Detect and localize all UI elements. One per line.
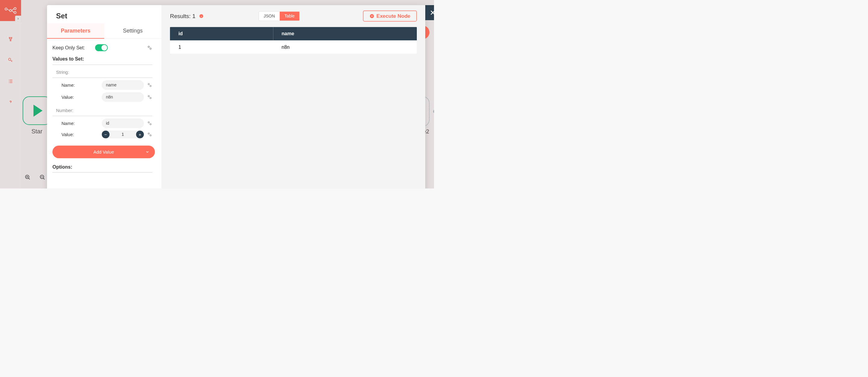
number-value-display: 1 bbox=[110, 132, 136, 137]
string-name-input[interactable] bbox=[102, 80, 144, 90]
node-editor-modal: Set Parameters Settings Keep Only Set: V… bbox=[47, 5, 425, 188]
svg-point-15 bbox=[148, 133, 150, 134]
play-circle-icon bbox=[370, 13, 374, 19]
keep-only-set-options-button[interactable] bbox=[147, 45, 153, 50]
results-table: id name 1 n8n bbox=[170, 27, 417, 54]
node-output-panel: Results: 1 JSON Table Execute Node id na… bbox=[161, 5, 425, 188]
view-table-button[interactable]: Table bbox=[280, 11, 299, 21]
cell-id: 1 bbox=[170, 40, 273, 54]
column-header-name[interactable]: name bbox=[273, 27, 417, 41]
gear-icon bbox=[147, 45, 153, 50]
string-name-options-button[interactable] bbox=[147, 82, 153, 88]
svg-point-11 bbox=[148, 96, 150, 97]
gear-icon bbox=[147, 132, 153, 137]
close-icon bbox=[429, 9, 434, 16]
svg-point-7 bbox=[148, 46, 150, 47]
view-mode-toggle: JSON Table bbox=[258, 11, 300, 21]
svg-point-12 bbox=[150, 97, 151, 99]
values-to-set-header: Values to Set: bbox=[53, 56, 153, 65]
increment-button[interactable]: + bbox=[136, 130, 144, 138]
string-name-label: Name: bbox=[61, 82, 99, 88]
close-modal-button[interactable] bbox=[425, 5, 434, 20]
string-section-header: String: bbox=[53, 70, 153, 78]
string-value-options-button[interactable] bbox=[147, 94, 153, 100]
number-name-input[interactable] bbox=[102, 118, 144, 128]
number-name-options-button[interactable] bbox=[147, 121, 153, 126]
svg-point-16 bbox=[150, 135, 151, 136]
number-value-label: Value: bbox=[61, 132, 99, 137]
chevron-down-icon bbox=[145, 150, 150, 154]
number-name-label: Name: bbox=[61, 121, 99, 126]
options-header: Options: bbox=[53, 164, 153, 173]
info-icon[interactable] bbox=[199, 14, 204, 19]
svg-point-8 bbox=[150, 48, 151, 49]
number-value-stepper[interactable]: − 1 + bbox=[102, 130, 144, 138]
zoom-in-button[interactable] bbox=[24, 174, 31, 181]
keep-only-set-label: Keep Only Set: bbox=[53, 45, 85, 50]
svg-point-14 bbox=[150, 124, 151, 125]
tab-settings[interactable]: Settings bbox=[104, 24, 161, 39]
tab-parameters[interactable]: Parameters bbox=[47, 24, 104, 39]
add-value-button[interactable]: Add Value bbox=[53, 145, 155, 158]
results-count: Results: 1 bbox=[170, 13, 195, 20]
zoom-out-button[interactable] bbox=[39, 174, 46, 181]
keep-only-set-toggle[interactable] bbox=[95, 44, 108, 51]
cell-name: n8n bbox=[273, 40, 417, 54]
svg-point-10 bbox=[150, 85, 151, 87]
decrement-button[interactable]: − bbox=[102, 130, 110, 138]
table-row[interactable]: 1 n8n bbox=[170, 40, 417, 54]
number-section-header: Number: bbox=[53, 108, 153, 116]
zoom-out-icon bbox=[39, 174, 45, 180]
gear-icon bbox=[147, 121, 153, 126]
gear-icon bbox=[147, 82, 153, 88]
execute-node-button[interactable]: Execute Node bbox=[363, 10, 417, 22]
svg-point-9 bbox=[148, 83, 150, 85]
view-json-button[interactable]: JSON bbox=[259, 11, 280, 21]
zoom-in-icon bbox=[25, 174, 31, 180]
number-value-options-button[interactable] bbox=[147, 132, 153, 137]
tabs: Parameters Settings bbox=[47, 24, 161, 39]
gear-icon bbox=[147, 94, 153, 100]
svg-point-13 bbox=[148, 122, 150, 123]
string-value-label: Value: bbox=[61, 95, 99, 100]
column-header-id[interactable]: id bbox=[170, 27, 273, 41]
node-title: Set bbox=[47, 5, 161, 24]
string-value-input[interactable] bbox=[102, 92, 144, 102]
node-parameters-panel: Set Parameters Settings Keep Only Set: V… bbox=[47, 5, 161, 188]
